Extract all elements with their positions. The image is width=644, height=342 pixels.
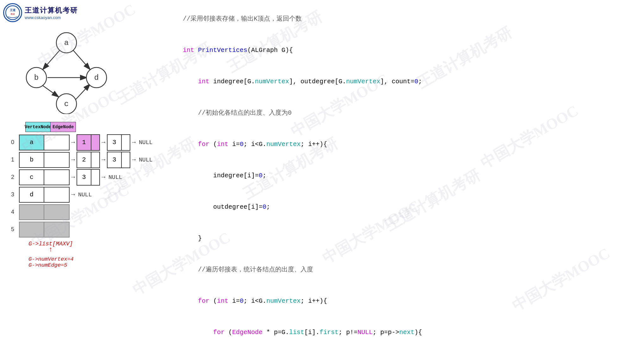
- arrow-0: →: [71, 139, 75, 146]
- num-0-2: 0: [240, 141, 244, 148]
- code-line-3: for (int i=0; i<G.numVertex; i++){: [168, 129, 641, 160]
- table-row: 0 a → 1 → 3 → NULL: [6, 134, 155, 151]
- cell-vertex-b: b: [19, 152, 44, 168]
- svg-text:b: b: [34, 73, 39, 82]
- cell-vertex-d: d: [19, 187, 44, 203]
- table-row: 4: [6, 203, 155, 221]
- code-line-5: outdegree[i]=0;: [168, 191, 641, 223]
- kw-for-2: for: [198, 297, 209, 305]
- edge-node-2-3: 3: [77, 169, 100, 186]
- arrow-1-3: →: [132, 156, 136, 163]
- logo-area: 王道 考研 王道计算机考研 www.cskaoyan.com: [3, 3, 78, 22]
- cell-gray-5b: [44, 222, 70, 238]
- right-panel: //采用邻接表存储，输出K顶点，返回个数 int PrintVertices(A…: [168, 3, 641, 342]
- logo-text-block: 王道计算机考研 www.cskaoyan.com: [25, 6, 78, 20]
- cell-empty-1: [44, 152, 70, 168]
- code-line-1: int PrintVertices(ALGraph G){: [168, 35, 641, 66]
- kw-int-3: int: [217, 141, 228, 148]
- arrow-0-3: →: [132, 139, 136, 146]
- graph-diagram: a b c d: [6, 25, 127, 114]
- info-label-2: G->numEdge=5: [28, 262, 155, 268]
- arrow-2: →: [71, 174, 75, 181]
- arrow-1-2: →: [102, 156, 105, 163]
- svg-text:考研: 考研: [10, 13, 15, 16]
- kw-int-1: int: [183, 47, 194, 54]
- svg-text:a: a: [64, 39, 69, 47]
- member-first: first: [319, 329, 338, 336]
- arrow-col: G->list[MAXV] ↑: [28, 241, 73, 254]
- cell-vertex-a: a: [19, 135, 44, 150]
- null-0: NULL: [139, 139, 152, 146]
- cell-empty-0: [44, 135, 70, 150]
- num-0-5: 0: [240, 297, 244, 305]
- code-line-8: for (EdgeNode * p=G.list[i].first; p!=NU…: [168, 317, 641, 342]
- member-numVertex-2: numVertex: [346, 78, 380, 85]
- bottom-labels: G->list[MAXV] ↑ G->numVertex=4 G->numEdg…: [28, 241, 155, 268]
- logo-title: 王道计算机考研: [25, 6, 78, 15]
- table-header: VertexNode EdgeNode: [25, 122, 155, 132]
- comment-text-1: //采用邻接表存储，输出K顶点，返回个数: [183, 15, 302, 22]
- svg-line-5: [72, 49, 91, 70]
- code-comment-1: //采用邻接表存储，输出K顶点，返回个数: [168, 3, 641, 35]
- kw-int-2: int: [198, 78, 209, 85]
- edge-node-1-2: 2: [77, 152, 100, 168]
- logo-icon: 王道 考研: [5, 5, 21, 21]
- row-index-5: 5: [6, 226, 19, 233]
- null-2: NULL: [108, 174, 122, 180]
- member-list-1: list: [289, 329, 304, 336]
- func-name: PrintVertices: [198, 47, 247, 54]
- line1-plain: (ALGraph G){: [247, 47, 293, 54]
- svg-line-8: [73, 83, 91, 102]
- edge-node-0-1: 1: [77, 134, 100, 151]
- arrow-2-3: →: [102, 174, 105, 181]
- edge-node-1-3: 3: [107, 152, 130, 168]
- svg-text:d: d: [94, 73, 99, 82]
- cell-empty-3: [44, 187, 70, 203]
- arrow-3: →: [71, 191, 75, 198]
- cell-empty-2: [44, 169, 70, 185]
- code-comment-3: //遍历邻接表，统计各结点的出度、入度: [168, 254, 641, 285]
- up-arrow-icon: ↑: [49, 246, 53, 254]
- row-index-0: 0: [6, 139, 19, 146]
- arrow-1: →: [71, 156, 75, 163]
- code-line-2: int indegree[G.numVertex], outdegree[G.n…: [168, 66, 641, 97]
- edge-node-0-3: 3: [107, 134, 130, 151]
- logo-circle: 王道 考研: [3, 3, 22, 22]
- null-1: NULL: [139, 157, 152, 163]
- row-index-2: 2: [6, 174, 19, 180]
- row-index-4: 4: [6, 209, 19, 215]
- code-comment-2: //初始化各结点的出度、入度为0: [168, 97, 641, 129]
- null-3: NULL: [78, 192, 92, 198]
- member-next: next: [399, 329, 414, 336]
- table-row: 1 b → 2 → 3 → NULL: [6, 151, 155, 168]
- kw-int-4: int: [217, 297, 228, 305]
- cell-vertex-c: c: [19, 169, 44, 185]
- list-structure: VertexNode EdgeNode 0 a → 1 → 3 → NULL: [6, 122, 155, 268]
- code-line-6: }: [168, 223, 641, 254]
- cell-gray-4b: [44, 204, 70, 220]
- table-row: 3 d → NULL: [6, 186, 155, 203]
- info-labels: G->numVertex=4 G->numEdge=5: [28, 256, 155, 268]
- arrow-0-2: →: [102, 139, 105, 146]
- comment-text-2: //初始化各结点的出度、入度为0: [183, 109, 292, 117]
- null-keyword-1: NULL: [357, 329, 373, 336]
- comment-text-3: //遍历邻接表，统计各结点的出度、入度: [183, 266, 313, 273]
- member-numVertex-4: numVertex: [266, 297, 300, 305]
- cell-gray-5a: [19, 222, 44, 238]
- logo-subtitle: www.cskaoyan.com: [25, 15, 78, 20]
- kw-edgenode: EdgeNode: [232, 329, 263, 336]
- info-label-1: G->numVertex=4: [28, 256, 155, 262]
- row-index-1: 1: [6, 156, 19, 163]
- header-edge-node: EdgeNode: [51, 122, 76, 132]
- kw-for-3: for: [213, 329, 225, 336]
- table-row: 2 c → 3 → NULL: [6, 168, 155, 186]
- num-0-3: 0: [259, 172, 263, 179]
- svg-line-4: [42, 49, 61, 70]
- num-0-1: 0: [414, 78, 418, 85]
- arrow-label-row: G->list[MAXV] ↑: [28, 241, 155, 254]
- left-panel: a b c d VertexNode EdgeNode 0 a → 1 →: [6, 25, 155, 268]
- member-numVertex-3: numVertex: [266, 141, 300, 148]
- num-0-4: 0: [263, 203, 266, 211]
- code-line-4: indegree[i]=0;: [168, 160, 641, 191]
- table-row: 5: [6, 221, 155, 238]
